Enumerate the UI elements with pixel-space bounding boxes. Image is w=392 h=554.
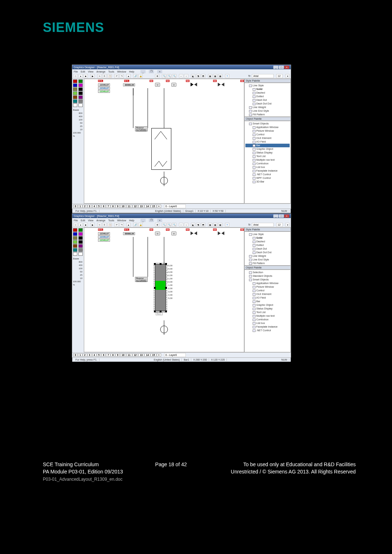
tree-item[interactable]: OLE Element	[245, 292, 290, 296]
flip-v-icon[interactable]: ↕	[184, 223, 188, 227]
menu-tools[interactable]: Tools	[108, 219, 114, 222]
color-swatch[interactable]	[73, 248, 77, 252]
tree-item[interactable]: Solid	[245, 236, 290, 240]
minimize-button[interactable]: _	[273, 66, 278, 69]
undo-icon[interactable]: ↶	[114, 74, 119, 78]
menu-view[interactable]: View	[88, 70, 93, 73]
align-t-icon[interactable]: ⬒	[201, 223, 205, 227]
layer-tab[interactable]: 7	[106, 353, 110, 357]
tree-item[interactable]: Application Window	[245, 282, 290, 285]
canvas[interactable]: M KL -12345,67 -12345,67 -12345,67 M KL …	[84, 227, 244, 352]
tree-item[interactable]: 3D-Bar	[245, 180, 290, 184]
color-swatch[interactable]	[78, 103, 83, 107]
menu-edit[interactable]: Edit	[81, 70, 85, 73]
grid-icon[interactable]: ▦	[208, 223, 212, 227]
tree-item[interactable]: Line End Style	[245, 258, 290, 262]
font-size-select[interactable]: 12	[276, 223, 283, 227]
color-swatch[interactable]	[73, 95, 77, 99]
flip-h-icon[interactable]: ↔	[179, 223, 183, 227]
doc-restore-button[interactable]: ❐	[149, 219, 154, 222]
layer-tab[interactable]: 7	[106, 205, 110, 208]
snap-icon[interactable]: ▦	[213, 223, 217, 227]
open-icon[interactable]: ▸	[78, 223, 83, 227]
layer-tab[interactable]: 12	[132, 205, 138, 208]
zoom-level[interactable]: 10	[73, 277, 83, 280]
maximize-button[interactable]: □	[279, 66, 284, 69]
font-style-icon[interactable]: ▾	[285, 74, 290, 78]
menu-file[interactable]: File	[74, 70, 78, 73]
tree-item[interactable]: Multiple row text	[245, 158, 290, 162]
layer-tab[interactable]: 13	[138, 205, 144, 208]
more-layers-icon[interactable]: »	[157, 205, 161, 208]
font-name-select[interactable]: Arial	[252, 74, 274, 78]
tree-item[interactable]: Multiple row text	[245, 314, 290, 318]
tree-item[interactable]: Application Window	[245, 126, 290, 129]
layer-tab[interactable]: 15	[151, 353, 156, 357]
tree-item[interactable]: Line Weight	[245, 106, 290, 109]
help-icon[interactable]: ?	[225, 74, 229, 78]
layer-tab[interactable]: 12	[132, 353, 138, 357]
snap-icon[interactable]: ▦	[213, 74, 217, 78]
color-swatch[interactable]	[78, 91, 83, 95]
zoom-level[interactable]: 25	[73, 125, 83, 128]
layer-tab[interactable]: 10	[120, 205, 126, 208]
align-l-icon[interactable]: ⬕	[191, 74, 195, 78]
layer-tab[interactable]: 11	[126, 353, 132, 357]
tree-item[interactable]: OLE Element	[245, 136, 290, 140]
tree-item[interactable]: List box	[245, 321, 290, 325]
grid-icon[interactable]: ▦	[208, 74, 212, 78]
zoom-level[interactable]: 100	[73, 267, 83, 270]
tree-item[interactable]: Dash Dot Dot	[245, 102, 290, 106]
tree-item[interactable]: .NET Control	[245, 173, 290, 176]
menu-help[interactable]: Help	[129, 70, 134, 73]
color-swatch[interactable]	[73, 103, 77, 107]
tree-item[interactable]: Graphic Object	[245, 303, 290, 307]
zoom-level[interactable]: 50	[73, 122, 83, 125]
layer-tab[interactable]: 3	[87, 353, 92, 357]
tree-item[interactable]: I/O Field	[245, 140, 290, 144]
tree-item[interactable]: Picture Window	[245, 129, 290, 133]
tree-item[interactable]: Text List	[245, 155, 290, 158]
tree-item[interactable]: Combobox	[245, 318, 290, 321]
color-swatch[interactable]	[78, 244, 83, 248]
flip-h-icon[interactable]: ↔	[179, 74, 183, 78]
tree-item[interactable]: Dotted	[245, 243, 290, 247]
layer-tab[interactable]: 6	[101, 205, 106, 208]
run-icon[interactable]: ▶	[90, 223, 95, 227]
tree-item[interactable]: Dashed	[245, 240, 290, 243]
tree-item[interactable]: Status Display	[245, 307, 290, 311]
tree-item[interactable]: Bar	[245, 300, 290, 303]
menu-arrange[interactable]: Arrange	[96, 70, 105, 73]
layer-tab[interactable]: 13	[138, 353, 144, 357]
link-icon[interactable]: 🔗	[133, 74, 138, 78]
reactor-object[interactable]	[151, 128, 171, 170]
layer-tab[interactable]: 1	[78, 205, 82, 208]
color-swatch[interactable]	[78, 252, 83, 256]
color-swatch[interactable]	[73, 240, 77, 244]
tree-item[interactable]: Standard Objects	[245, 274, 290, 278]
align-l-icon[interactable]: ⬕	[191, 223, 195, 227]
layer-tab[interactable]: 2	[83, 205, 87, 208]
tree-item[interactable]: Control	[245, 289, 290, 292]
menu-file[interactable]: File	[74, 219, 78, 222]
layer-select[interactable]: 0 - Layer0	[164, 204, 186, 208]
save-icon[interactable]: ■	[83, 223, 88, 227]
tree-item[interactable]: Line Weight	[245, 254, 290, 258]
tree-item[interactable]: Faceplate instance	[245, 325, 290, 329]
color-swatch[interactable]	[73, 252, 77, 256]
tree-item[interactable]: Fill Pattern	[245, 113, 290, 116]
color-swatch[interactable]	[73, 99, 77, 103]
paste-icon[interactable]: 📋	[107, 223, 112, 227]
run-icon[interactable]: ▶	[90, 74, 95, 78]
layer-tab[interactable]: 5	[97, 353, 101, 357]
zoom-level[interactable]: 100	[73, 118, 83, 122]
layer-tab[interactable]: 4	[92, 205, 97, 208]
tree-item[interactable]: I/O Field	[245, 296, 290, 300]
layer-tab[interactable]: 14	[144, 353, 150, 357]
copy-icon[interactable]: ⎘	[102, 223, 107, 227]
canvas[interactable]: M KL -12345,67 -12345,67 -12345,67 M KL …	[84, 79, 244, 204]
layer-tab[interactable]: 15	[151, 205, 156, 208]
tree-item[interactable]: .NET Control	[245, 329, 290, 332]
menu-view[interactable]: View	[88, 219, 93, 222]
color-swatch[interactable]	[78, 240, 83, 244]
